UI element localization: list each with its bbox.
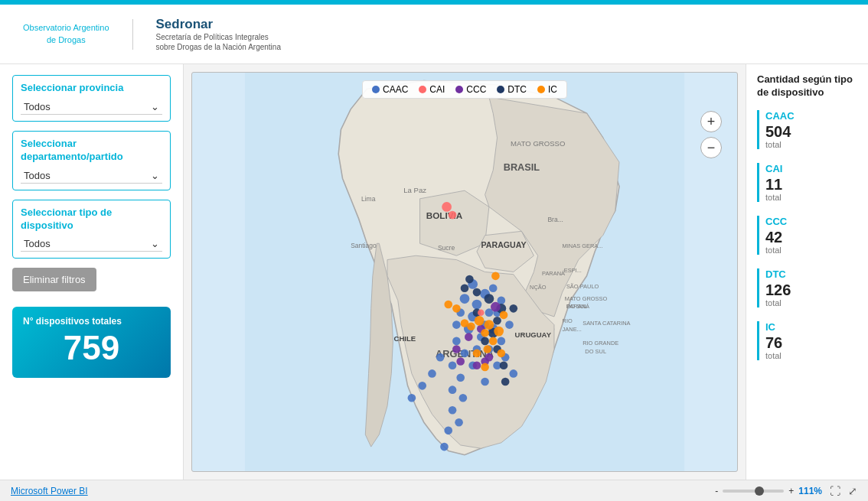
svg-point-51 [440, 443, 449, 451]
bottom-right-controls: - + 111% ⛶ ⤢ [715, 485, 857, 497]
legend-item-caac: CAAC [372, 84, 408, 95]
svg-point-48 [449, 406, 457, 415]
zoom-slider[interactable] [723, 490, 784, 493]
fullscreen-icon[interactable]: ⤢ [848, 485, 857, 497]
svg-point-63 [408, 394, 416, 402]
svg-point-72 [473, 288, 481, 297]
zoom-control: - + 111% [715, 486, 822, 496]
legend-label-ic: IC [548, 84, 557, 95]
svg-point-49 [455, 418, 463, 427]
zoom-percent: 111% [798, 486, 822, 496]
powerbi-link[interactable]: Microsoft Power BI [11, 486, 88, 496]
chevron-down-icon: ⌄ [151, 101, 159, 112]
svg-point-87 [494, 327, 504, 337]
legend-label-caac: CAAC [383, 84, 408, 95]
svg-point-97 [500, 311, 508, 320]
svg-point-74 [465, 275, 474, 284]
svg-point-75 [500, 361, 508, 369]
svg-point-86 [485, 320, 494, 330]
filter-provincia: Seleccionar provincia Todos ⌄ [12, 75, 171, 122]
total-devices-label: N° dispositivos totales [23, 316, 160, 328]
legend-dot-dtc [497, 86, 504, 93]
main-content: Seleccionar provincia Todos ⌄ Selecciona… [0, 64, 868, 480]
sedronar-logo: Sedronar Secretaría de Políticas Integra… [156, 17, 281, 52]
stats-title: Cantidad según tipo de dispositivo [757, 73, 857, 99]
svg-point-77 [491, 302, 501, 312]
stat-label-ccc: total [765, 246, 857, 255]
brand-name: Sedronar [156, 17, 281, 32]
svg-point-62 [418, 382, 426, 390]
fit-screen-icon[interactable]: ⛶ [830, 485, 840, 497]
header: Observatorio Argentino de Drogas Sedrona… [0, 5, 868, 64]
stat-number-dtc: 126 [765, 281, 857, 298]
filter-departamento-label: Seleccionar departamento/partido [21, 138, 162, 164]
svg-point-92 [483, 345, 491, 353]
stat-item-dtc: DTC126total [757, 268, 857, 307]
svg-point-100 [442, 202, 452, 212]
svg-text:Lima: Lima [361, 195, 376, 203]
legend-label-cai: CAI [429, 84, 445, 95]
svg-point-93 [473, 350, 481, 358]
svg-point-58 [481, 378, 489, 386]
legend-item-dtc: DTC [497, 84, 527, 95]
svg-point-81 [473, 361, 481, 369]
zoom-in-button[interactable]: + [700, 111, 722, 132]
sidebar: Seleccionar provincia Todos ⌄ Selecciona… [0, 64, 184, 480]
zoom-out-button[interactable]: − [700, 137, 722, 158]
svg-text:La Paz: La Paz [403, 186, 426, 194]
svg-text:SANTA CATARINA: SANTA CATARINA [582, 320, 630, 327]
stat-label-caac: total [765, 140, 857, 149]
filter-provincia-value: Todos [24, 101, 51, 112]
svg-point-45 [456, 373, 465, 382]
filter-provincia-select[interactable]: Todos ⌄ [21, 99, 162, 115]
legend-dot-ic [537, 86, 545, 93]
svg-text:PARANÁ: PARANÁ [542, 270, 565, 277]
bottom-bar: Microsoft Power BI - + 111% ⛶ ⤢ [0, 480, 868, 501]
eliminate-filters-button[interactable]: Eliminar filtros [12, 268, 96, 291]
observatorio-logo: Observatorio Argentino de Drogas [23, 22, 109, 46]
svg-text:MATO GROSSO: MATO GROSSO [565, 295, 608, 302]
legend-item-ccc: CCC [455, 84, 486, 95]
svg-text:CHILE: CHILE [393, 334, 416, 343]
stat-type-cai: CAI [765, 163, 857, 174]
zoom-plus-label[interactable]: + [788, 486, 794, 496]
stat-number-ccc: 42 [765, 229, 857, 246]
svg-point-79 [465, 333, 473, 341]
svg-text:MINAS GERA...: MINAS GERA... [563, 242, 603, 249]
svg-point-99 [481, 363, 489, 372]
zoom-minus-label[interactable]: - [715, 486, 718, 496]
svg-text:NÇÃO: NÇÃO [530, 284, 547, 291]
map-container[interactable]: CAACCAICCCDTCIC + − [191, 72, 738, 472]
filter-dispositivo: Seleccionar tipo de dispositivo Todos ⌄ [12, 200, 171, 259]
legend-dot-ccc [455, 86, 463, 93]
svg-point-90 [489, 337, 498, 346]
filter-departamento-select[interactable]: Todos ⌄ [21, 168, 162, 184]
svg-point-30 [489, 284, 498, 292]
svg-text:PARAGUAY: PARAGUAY [481, 240, 527, 249]
svg-text:URUGUAY: URUGUAY [515, 330, 552, 339]
legend-label-dtc: DTC [507, 84, 527, 95]
filter-dispositivo-select[interactable]: Todos ⌄ [21, 236, 162, 252]
svg-text:Bra...: Bra... [547, 216, 563, 223]
svg-point-29 [472, 300, 482, 310]
svg-point-88 [481, 329, 489, 337]
stat-number-ic: 76 [765, 334, 857, 351]
svg-point-85 [475, 316, 485, 326]
svg-point-61 [428, 369, 436, 378]
stat-label-dtc: total [765, 298, 857, 307]
total-devices-number: 759 [23, 328, 160, 369]
svg-point-76 [501, 378, 510, 386]
svg-text:MATO GROSSO: MATO GROSSO [511, 139, 565, 148]
svg-point-28 [460, 294, 470, 304]
filter-provincia-label: Seleccionar provincia [21, 82, 162, 95]
svg-point-60 [436, 353, 445, 362]
svg-point-94 [461, 319, 469, 327]
svg-point-57 [505, 320, 514, 329]
svg-point-84 [456, 357, 465, 366]
filter-departamento-value: Todos [24, 170, 51, 181]
stat-item-cai: CAI11total [757, 163, 857, 202]
svg-text:SÃO PAULO: SÃO PAULO [566, 283, 599, 290]
svg-point-73 [461, 284, 469, 292]
stat-number-caac: 504 [765, 123, 857, 140]
svg-point-69 [481, 337, 489, 346]
